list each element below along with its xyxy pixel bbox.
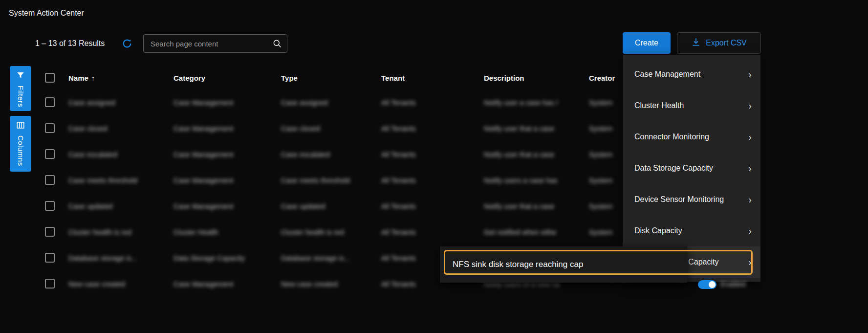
row-checkbox[interactable] [45,253,55,263]
cell-type: Database storage is... [281,245,376,271]
menu-item-label: Cluster Health [634,101,684,110]
cell-category: Case Management [174,193,276,219]
results-count: 1 – 13 of 13 Results [35,39,105,48]
row-checkbox[interactable] [45,149,55,159]
cell-category: Data Storage Capacity [174,245,276,271]
cell-type: Case meets threshold [281,167,376,193]
select-all-checkbox[interactable] [45,73,55,83]
menu-item-connector-monitoring[interactable]: Connector Monitoring › [623,121,760,153]
cell-type: Case escalated [281,141,376,167]
menu-item-device-sensor-monitoring[interactable]: Device Sensor Monitoring › [623,184,760,215]
submenu-item-nfs-sink-disk-storage[interactable]: NFS sink disk storage reaching cap [443,251,684,278]
cell-description: Notify user a case has / [484,89,584,115]
cell-description: Notify user that a case [484,193,584,219]
column-header-type[interactable]: Type [281,68,298,87]
create-button[interactable]: Create [623,32,671,54]
cell-description: Notify users a case has [484,167,584,193]
page-title: System Action Center [9,9,84,18]
menu-item-cluster-health[interactable]: Cluster Health › [623,90,760,121]
chevron-right-icon: › [748,226,752,236]
chevron-right-icon: › [748,101,752,111]
cell-tenant: All Tenants [381,193,479,219]
toggle-label: Enabled [720,280,745,288]
enabled-toggle[interactable] [698,280,716,289]
search-icon[interactable] [272,39,282,48]
menu-item-label: Connector Monitoring [634,133,709,141]
cell-type: Case updated [281,193,376,219]
sort-ascending-icon: ↑ [91,74,95,82]
filters-tab-label: Filters [17,86,25,107]
cell-category: Case Management [174,89,276,115]
cell-description: Notify user that a case [484,141,584,167]
chevron-right-icon: › [748,257,752,267]
cell-category: Case Management [174,141,276,167]
menu-item-data-storage-capacity[interactable]: Data Storage Capacity › [623,153,760,184]
menu-item-disk-capacity[interactable]: Disk Capacity › [623,215,760,246]
chevron-right-icon: › [748,163,752,173]
menu-item-label: Case Management [634,70,700,79]
cell-name: Case closed [68,115,169,141]
cell-tenant: All Tenants [381,167,479,193]
menu-item-label: Disk Capacity [634,226,682,235]
cell-name: Case escalated [68,141,169,167]
chevron-right-icon: › [748,195,752,204]
cell-category: Cluster Health [174,219,276,245]
row-checkbox[interactable] [45,175,55,185]
cell-name: Database storage is... [68,245,169,271]
cell-type: Cluster health is red [281,219,376,245]
cell-name: Cluster health is red [68,219,169,245]
cell-tenant: All Tenants [381,141,479,167]
cell-name: Case meets threshold [68,167,169,193]
row-checkbox[interactable] [45,227,55,237]
download-icon [691,37,701,49]
cell-category: Case Management [174,115,276,141]
search-input[interactable] [151,40,272,48]
menu-item-label: Device Sensor Monitoring [634,195,724,204]
filter-icon [16,71,25,82]
row-checkbox[interactable] [45,279,55,289]
toggle-knob [709,281,716,288]
cell-type: New case created [281,271,376,297]
cell-tenant: All Tenants [381,219,479,245]
cell-category: Case Management [174,167,276,193]
cell-description: Notify user that a case [484,115,584,141]
cell-name: Case updated [68,193,169,219]
row-checkbox[interactable] [45,201,55,211]
nfs-submenu: NFS sink disk storage reaching cap [440,246,687,283]
cell-description: Get notified when eithe [484,219,584,245]
chevron-right-icon: › [748,69,752,79]
column-header-description[interactable]: Description [484,68,524,87]
columns-icon [16,121,25,132]
row-checkbox[interactable] [45,97,55,107]
export-csv-label: Export CSV [706,39,747,47]
column-header-category[interactable]: Category [174,68,205,87]
search-box [143,34,287,53]
refresh-icon[interactable] [122,38,132,49]
filters-tab[interactable]: Filters [10,66,31,111]
column-header-creator[interactable]: Creator [589,68,615,87]
cell-tenant: All Tenants [381,89,479,115]
column-header-tenant[interactable]: Tenant [381,68,405,87]
cell-type: Case assigned [281,89,376,115]
cell-name: New case created [68,271,169,297]
column-header-name[interactable]: Name ↑ [68,68,95,87]
chevron-right-icon: › [748,132,752,142]
cell-tenant: All Tenants [381,115,479,141]
menu-item-case-management[interactable]: Case Management › [623,59,760,90]
columns-tab-label: Columns [17,135,25,166]
columns-tab[interactable]: Columns [10,116,31,172]
cell-category: Case Management [174,271,276,297]
row-checkbox[interactable] [45,123,55,133]
menu-item-label: Data Storage Capacity [634,164,713,173]
cell-type: Case closed [281,115,376,141]
cell-name: Case assigned [68,89,169,115]
export-csv-button[interactable]: Export CSV [677,32,761,54]
